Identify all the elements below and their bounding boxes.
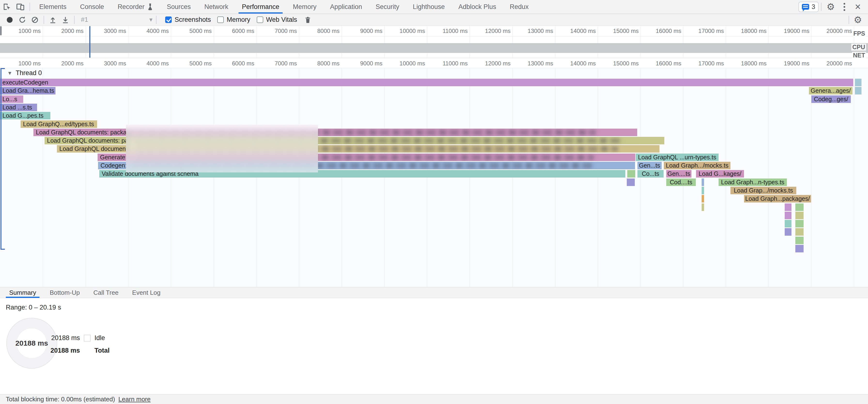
flame-bar-genera-ages[interactable]: Genera...ages/ bbox=[809, 87, 852, 94]
flame-bar-gen-ts[interactable]: Gen....ts bbox=[666, 170, 691, 178]
flame-bar[interactable] bbox=[795, 245, 804, 252]
capture-settings-gear-icon[interactable]: ⚙ bbox=[851, 14, 864, 25]
checkbox-screenshots[interactable]: Screenshots bbox=[165, 16, 211, 24]
flame-bar-load-g-pes-ts[interactable]: Load G...pes.ts bbox=[0, 112, 51, 119]
flame-bar-load-g-kages[interactable]: Load G...kages/ bbox=[696, 170, 744, 178]
flame-bar-label: Load Graph...n-types.ts bbox=[721, 179, 784, 186]
flame-bar[interactable] bbox=[627, 179, 635, 186]
inspect-element-icon[interactable] bbox=[0, 0, 13, 13]
load-profile-icon[interactable] bbox=[46, 14, 59, 25]
flame-bar-label: Load GraphQL documents: package bbox=[36, 129, 133, 136]
record-button[interactable] bbox=[3, 14, 16, 25]
unchecked-box-icon[interactable] bbox=[217, 17, 224, 23]
tab-label: Event Log bbox=[132, 289, 161, 297]
tab-security[interactable]: Security bbox=[369, 0, 406, 13]
tab-sources[interactable]: Sources bbox=[160, 0, 197, 13]
tab-memory[interactable]: Memory bbox=[286, 0, 323, 13]
status-bar: Total blocking time: 0.00ms (estimated) … bbox=[0, 394, 868, 404]
flame-bar-executecodegen[interactable]: executeCodegen bbox=[0, 79, 853, 86]
thread-header[interactable]: ▼ Thread 0 bbox=[7, 69, 42, 77]
record-and-reload-button[interactable] bbox=[16, 14, 29, 25]
devtools-tab-bar: ElementsConsoleRecorderSourcesNetworkPer… bbox=[0, 0, 868, 14]
flame-bar[interactable] bbox=[795, 204, 804, 211]
flame-bar-load-gra-hema-ts[interactable]: Load Gra...hema.ts bbox=[0, 87, 56, 94]
flame-bar-load-graphq-ed-types-ts[interactable]: Load GraphQ...ed/types.ts bbox=[21, 120, 97, 128]
checkbox-label: Screenshots bbox=[175, 16, 211, 24]
flame-bar-codeg-ges[interactable]: Codeg...ges/ bbox=[811, 95, 851, 103]
tab-redux[interactable]: Redux bbox=[503, 0, 535, 13]
tab-call-tree[interactable]: Call Tree bbox=[87, 287, 125, 298]
tab-console[interactable]: Console bbox=[73, 0, 111, 13]
flame-bar-label: Genera...ages/ bbox=[811, 87, 850, 94]
flame-bar[interactable] bbox=[785, 220, 792, 227]
tab-adblock-plus[interactable]: Adblock Plus bbox=[452, 0, 503, 13]
capture-options: ScreenshotsMemoryWeb Vitals bbox=[159, 16, 297, 24]
flame-bar[interactable] bbox=[627, 170, 635, 178]
flame-bar[interactable] bbox=[855, 87, 862, 94]
flame-bar-load-graph-n-types-ts[interactable]: Load Graph...n-types.ts bbox=[719, 179, 787, 186]
flame-bar-load-graphql-documents-package[interactable]: Load GraphQL documents: package bbox=[33, 129, 637, 136]
tab-elements[interactable]: Elements bbox=[32, 0, 73, 13]
flame-bar[interactable] bbox=[795, 220, 804, 227]
flame-bar[interactable] bbox=[795, 228, 804, 236]
flame-bar-label: Load Graph...packages/ bbox=[745, 195, 810, 202]
close-devtools-icon[interactable]: × bbox=[851, 0, 865, 13]
checked-box-icon[interactable] bbox=[165, 17, 172, 23]
flame-bar-co-ts[interactable]: Co...ts bbox=[638, 170, 663, 178]
flame-bar-label: executeCodegen bbox=[2, 79, 48, 86]
tab-recorder[interactable]: Recorder bbox=[111, 0, 160, 13]
timeline-overview[interactable]: 1000 ms2000 ms3000 ms4000 ms5000 ms6000 … bbox=[0, 26, 868, 58]
tab-label: Console bbox=[80, 3, 104, 11]
issues-badge[interactable]: 3 bbox=[799, 2, 818, 12]
tab-label: Call Tree bbox=[93, 289, 119, 297]
flame-bar-label: Load GraphQ...ed/types.ts bbox=[23, 121, 94, 128]
tab-performance[interactable]: Performance bbox=[235, 0, 286, 13]
save-profile-icon[interactable] bbox=[59, 14, 72, 25]
total-blocking-time-text: Total blocking time: 0.00ms (estimated) bbox=[6, 396, 115, 403]
flame-bar-load-grap-mocks-ts[interactable]: Load Grap.../mocks.ts bbox=[731, 187, 796, 194]
tab-summary[interactable]: Summary bbox=[2, 287, 43, 298]
more-options-kebab-icon[interactable] bbox=[837, 0, 851, 13]
flame-bar[interactable] bbox=[702, 195, 704, 203]
flame-bar[interactable] bbox=[795, 237, 804, 244]
flame-bar-label: Cod....ts bbox=[670, 179, 692, 186]
flame-bar[interactable] bbox=[785, 212, 792, 219]
tab-bottom-up[interactable]: Bottom-Up bbox=[43, 287, 87, 298]
overview-left-handle[interactable] bbox=[0, 26, 2, 35]
unchecked-box-icon[interactable] bbox=[257, 17, 263, 23]
flame-bar-load-graphql-urn-types-ts[interactable]: Load GraphQL ...urn-types.ts bbox=[636, 154, 719, 161]
flame-bar-load-graph-packages[interactable]: Load Graph...packages/ bbox=[744, 195, 811, 203]
tab-label: Recorder bbox=[118, 3, 145, 11]
flame-bar-lo-s[interactable]: Lo...s bbox=[0, 95, 23, 103]
flame-bar-load-s-ts[interactable]: Load ...s.ts bbox=[0, 104, 37, 111]
tab-label: Adblock Plus bbox=[459, 3, 496, 11]
flame-bar-label: Lo...s bbox=[2, 96, 17, 103]
flame-bar[interactable] bbox=[785, 228, 792, 236]
tab-network[interactable]: Network bbox=[197, 0, 235, 13]
devtools-window: ElementsConsoleRecorderSourcesNetworkPer… bbox=[0, 0, 868, 404]
flame-bar[interactable] bbox=[795, 212, 804, 219]
flame-bar-load-graph-mocks-ts[interactable]: Load Graph.../mocks.ts bbox=[664, 162, 731, 169]
playhead-marker[interactable] bbox=[89, 26, 90, 58]
flame-bar[interactable] bbox=[702, 204, 704, 211]
profile-selector-dropdown[interactable]: #1 ▼ bbox=[77, 16, 154, 24]
checkbox-web-vitals[interactable]: Web Vitals bbox=[257, 16, 297, 24]
settings-gear-icon[interactable]: ⚙ bbox=[824, 0, 837, 13]
flame-bar[interactable] bbox=[855, 79, 862, 86]
flame-bar[interactable] bbox=[785, 204, 792, 211]
tab-label: Bottom-Up bbox=[50, 289, 80, 297]
flame-bar[interactable] bbox=[702, 179, 704, 186]
summary-pane: Range: 0 – 20.19 s 20188 ms 20188 ms Idl… bbox=[0, 299, 868, 394]
flame-bar[interactable] bbox=[702, 187, 704, 194]
device-toolbar-icon[interactable] bbox=[13, 0, 27, 13]
trash-icon[interactable] bbox=[302, 14, 314, 25]
flame-bar-cod-ts[interactable]: Cod....ts bbox=[666, 179, 696, 186]
flame-bar-gen-ts[interactable]: Gen...ts bbox=[638, 162, 662, 169]
tab-application[interactable]: Application bbox=[323, 0, 369, 13]
clear-recording-button[interactable] bbox=[29, 14, 41, 25]
learn-more-link[interactable]: Learn more bbox=[118, 396, 151, 403]
checkbox-memory[interactable]: Memory bbox=[217, 16, 250, 24]
tab-event-log[interactable]: Event Log bbox=[125, 287, 167, 298]
chevron-down-icon: ▼ bbox=[148, 17, 154, 23]
tab-lighthouse[interactable]: Lighthouse bbox=[406, 0, 452, 13]
